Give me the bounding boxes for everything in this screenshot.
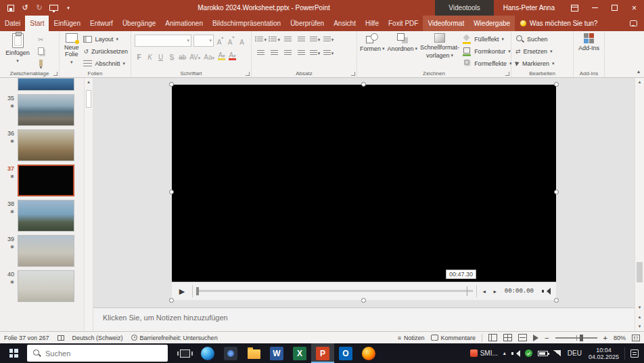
reset-button[interactable]: ↺ Zurücksetzen xyxy=(83,47,128,57)
tab-hilfe[interactable]: Hilfe xyxy=(361,16,384,31)
find-button[interactable]: Suchen xyxy=(515,34,569,44)
arrange-button[interactable]: Anordnen▾ xyxy=(388,33,418,68)
highlight-color-button[interactable]: A▾ xyxy=(217,50,226,61)
selection-handle[interactable] xyxy=(169,190,174,194)
tab-videoformat[interactable]: Videoformat xyxy=(423,16,469,31)
start-slideshow-button[interactable] xyxy=(49,3,58,13)
dialog-launcher[interactable] xyxy=(246,72,250,76)
underline-button[interactable]: U xyxy=(156,50,165,61)
powerpoint-app-button[interactable]: P xyxy=(311,343,334,363)
volume-tray-icon[interactable] xyxy=(511,350,520,357)
save-button[interactable] xyxy=(7,3,15,13)
tell-me-box[interactable]: Was möchten Sie tun? xyxy=(520,16,597,31)
slide-thumbnail-partial[interactable] xyxy=(18,78,74,91)
tab-datei[interactable]: Datei xyxy=(0,16,25,31)
slide-thumbnail-item-selected[interactable]: 37✱ xyxy=(0,165,81,196)
qat-customize-button[interactable]: ▾ xyxy=(64,3,72,13)
outlook-app-button[interactable]: O xyxy=(334,343,357,363)
firefox-app-button[interactable] xyxy=(357,343,380,363)
columns-button[interactable]: ▾ xyxy=(309,49,321,58)
view-reading-button[interactable] xyxy=(518,334,527,341)
increase-indent-button[interactable] xyxy=(296,35,307,45)
quick-styles-button[interactable]: Schnellformat- vorlagen▾ xyxy=(420,33,459,68)
copy-button[interactable] xyxy=(35,47,46,56)
pinned-app-button[interactable] xyxy=(219,343,242,363)
selection-handle[interactable] xyxy=(554,82,559,87)
video-seek-bar[interactable] xyxy=(195,285,474,297)
italic-button[interactable]: K xyxy=(145,50,154,61)
bold-button[interactable]: F xyxy=(135,50,143,61)
move-back-button[interactable]: ◄ xyxy=(479,289,490,294)
scroll-down-button[interactable]: ▾ xyxy=(635,303,644,312)
language-status[interactable]: Deutsch (Schweiz) xyxy=(72,335,123,341)
selection-handle[interactable] xyxy=(361,82,366,87)
selection-handle[interactable] xyxy=(169,82,174,87)
numbering-button[interactable]: ▾ xyxy=(269,35,280,45)
selection-handle[interactable] xyxy=(169,298,174,303)
dialog-launcher[interactable] xyxy=(351,72,355,76)
vertical-scrollbar[interactable]: ▴ ▾ ▴ ▾ xyxy=(635,78,644,331)
seek-knob[interactable] xyxy=(196,287,199,295)
slide-thumbnail-item[interactable]: 38✱ xyxy=(0,200,81,232)
slide-video-frame[interactable]: ▶ ◄ ► 00:00.00 00:47.30 xyxy=(172,85,556,300)
align-center-button[interactable] xyxy=(269,49,280,58)
excel-app-button[interactable]: X xyxy=(288,343,311,363)
zoom-level[interactable]: 80% xyxy=(614,335,626,341)
slide-info[interactable]: Folie 37 von 267 xyxy=(4,335,49,341)
section-button[interactable]: Abschnitt ▾ xyxy=(83,58,128,68)
file-explorer-button[interactable] xyxy=(242,343,265,363)
slide-thumbnail-item[interactable]: 35✱ xyxy=(0,94,81,126)
clear-formatting-button[interactable]: A xyxy=(237,35,246,46)
shape-fill-button[interactable]: Fülleffekt ▾ xyxy=(462,35,511,45)
scrollbar-thumb[interactable] xyxy=(86,90,91,108)
selection-handle[interactable] xyxy=(361,298,366,303)
slide-thumbnail-item[interactable]: 36✱ xyxy=(0,129,81,161)
cut-button[interactable]: ✂ xyxy=(35,35,46,44)
zoom-slider[interactable] xyxy=(555,337,597,339)
slide-canvas[interactable]: ▶ ◄ ► 00:00.00 00:47.30 xyxy=(93,78,635,307)
replace-button[interactable]: ⇄ Ersetzen ▾ xyxy=(515,46,569,56)
justify-button[interactable] xyxy=(296,49,307,58)
paste-button[interactable]: Einfügen ▾ xyxy=(3,33,32,68)
scrollbar-thumb[interactable] xyxy=(637,262,643,282)
text-direction-button[interactable]: ▾ xyxy=(323,35,334,45)
minimize-button[interactable] xyxy=(585,0,605,16)
slide-thumbnail-item[interactable]: 40✱ xyxy=(0,270,81,302)
feedback-button[interactable] xyxy=(630,16,637,31)
view-slide-sorter-button[interactable] xyxy=(503,334,512,341)
selection-handle[interactable] xyxy=(554,298,559,303)
tab-wiedergabe[interactable]: Wiedergabe xyxy=(469,16,515,31)
battery-tray-icon[interactable] xyxy=(538,351,548,356)
close-button[interactable]: × xyxy=(624,0,644,16)
tab-entwurf[interactable]: Entwurf xyxy=(85,16,118,31)
align-right-button[interactable] xyxy=(282,49,294,58)
layout-button[interactable]: Layout ▾ xyxy=(83,35,128,45)
redo-button[interactable]: ↻ xyxy=(35,3,43,13)
font-name-combo[interactable]: ▾ xyxy=(135,35,191,47)
select-button[interactable]: Markieren ▾ xyxy=(515,58,569,68)
dialog-launcher[interactable] xyxy=(505,72,509,76)
tab-bildschirmpraesentation[interactable]: Bildschirmpräsentation xyxy=(208,16,285,31)
zoom-in-button[interactable]: + xyxy=(603,335,607,341)
play-button[interactable]: ▶ xyxy=(174,287,190,296)
ribbon-display-options-button[interactable] xyxy=(571,5,578,12)
shape-effects-button[interactable]: Formeffekte ▾ xyxy=(462,58,511,68)
antivirus-tray-icon[interactable] xyxy=(525,349,532,357)
edge-app-button[interactable] xyxy=(196,343,219,363)
grow-font-button[interactable]: A▴ xyxy=(216,35,225,46)
tray-expand-button[interactable]: ▴ xyxy=(503,350,506,356)
view-slideshow-button[interactable] xyxy=(533,335,538,341)
word-app-button[interactable]: W xyxy=(265,343,288,363)
undo-button[interactable]: ↺ xyxy=(21,3,29,13)
start-button[interactable] xyxy=(0,343,27,363)
change-case-button[interactable]: Aa▾ xyxy=(203,50,215,61)
collapse-ribbon-button[interactable]: ▴ xyxy=(637,68,640,74)
dialog-launcher[interactable] xyxy=(53,72,58,76)
convert-smartart-button[interactable]: ▾ xyxy=(323,49,334,58)
previous-slide-button[interactable]: ▴ xyxy=(635,312,644,322)
search-input[interactable] xyxy=(45,349,162,358)
slide-thumbnail-item[interactable]: 39✱ xyxy=(0,235,81,267)
tab-foxit-pdf[interactable]: Foxit PDF xyxy=(384,16,423,31)
move-forward-button[interactable]: ► xyxy=(490,289,501,294)
text-shadow-button[interactable]: S xyxy=(167,50,176,61)
